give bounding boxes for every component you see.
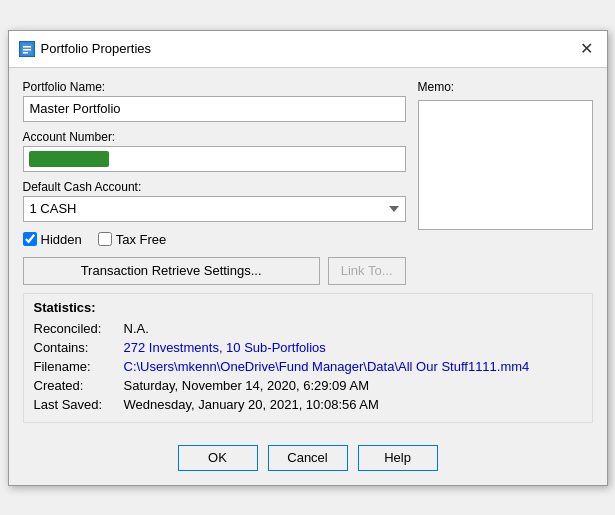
svg-rect-2 (23, 49, 31, 51)
help-button[interactable]: Help (358, 445, 438, 471)
checkboxes-row: Hidden Tax Free (23, 232, 406, 247)
left-column: Portfolio Name: Account Number: Default … (23, 80, 406, 285)
created-label: Created: (34, 378, 124, 393)
right-column: Memo: (418, 80, 593, 230)
reconciled-label: Reconciled: (34, 321, 124, 336)
account-number-input[interactable] (23, 146, 406, 172)
filename-label: Filename: (34, 359, 124, 374)
statistics-section: Statistics: Reconciled: N.A. Contains: 2… (23, 293, 593, 423)
tax-free-checkbox[interactable] (98, 232, 112, 246)
account-number-field: Account Number: (23, 130, 406, 172)
portfolio-name-field: Portfolio Name: (23, 80, 406, 122)
filename-value: C:\Users\mkenn\OneDrive\Fund Manager\Dat… (124, 359, 530, 374)
contains-label: Contains: (34, 340, 124, 355)
ok-button[interactable]: OK (178, 445, 258, 471)
last-saved-value: Wednesday, January 20, 2021, 10:08:56 AM (124, 397, 379, 412)
default-cash-field: Default Cash Account: 1 CASH (23, 180, 406, 222)
hidden-checkbox[interactable] (23, 232, 37, 246)
reconciled-row: Reconciled: N.A. (34, 321, 582, 336)
close-button[interactable]: ✕ (577, 39, 597, 59)
dialog-title: Portfolio Properties (41, 41, 152, 56)
contains-value: 272 Investments, 10 Sub-Portfolios (124, 340, 326, 355)
svg-rect-1 (23, 46, 31, 48)
last-saved-row: Last Saved: Wednesday, January 20, 2021,… (34, 397, 582, 412)
default-cash-label: Default Cash Account: (23, 180, 406, 194)
statistics-title: Statistics: (34, 300, 582, 315)
titlebar: Portfolio Properties ✕ (9, 31, 607, 68)
tax-free-label: Tax Free (116, 232, 167, 247)
last-saved-label: Last Saved: (34, 397, 124, 412)
dialog-body: Portfolio Name: Account Number: Default … (9, 68, 607, 435)
titlebar-left: Portfolio Properties (19, 41, 152, 57)
svg-rect-3 (23, 52, 28, 54)
top-row: Portfolio Name: Account Number: Default … (23, 80, 593, 285)
dialog-footer: OK Cancel Help (9, 435, 607, 485)
hidden-label: Hidden (41, 232, 82, 247)
filename-row: Filename: C:\Users\mkenn\OneDrive\Fund M… (34, 359, 582, 374)
cancel-button[interactable]: Cancel (268, 445, 348, 471)
created-row: Created: Saturday, November 14, 2020, 6:… (34, 378, 582, 393)
portfolio-properties-dialog: Portfolio Properties ✕ Portfolio Name: A… (8, 30, 608, 486)
default-cash-dropdown[interactable]: 1 CASH (23, 196, 406, 222)
portfolio-name-label: Portfolio Name: (23, 80, 406, 94)
link-to-button[interactable]: Link To... (328, 257, 406, 285)
tax-free-checkbox-label[interactable]: Tax Free (98, 232, 167, 247)
portfolio-name-input[interactable] (23, 96, 406, 122)
account-number-label: Account Number: (23, 130, 406, 144)
transaction-retrieve-button[interactable]: Transaction Retrieve Settings... (23, 257, 320, 285)
reconciled-value: N.A. (124, 321, 149, 336)
memo-textarea[interactable] (418, 100, 593, 230)
contains-row: Contains: 272 Investments, 10 Sub-Portfo… (34, 340, 582, 355)
account-number-wrapper (23, 146, 406, 172)
action-buttons-row: Transaction Retrieve Settings... Link To… (23, 257, 406, 285)
memo-label: Memo: (418, 80, 593, 94)
created-value: Saturday, November 14, 2020, 6:29:09 AM (124, 378, 369, 393)
dialog-icon (19, 41, 35, 57)
hidden-checkbox-label[interactable]: Hidden (23, 232, 82, 247)
